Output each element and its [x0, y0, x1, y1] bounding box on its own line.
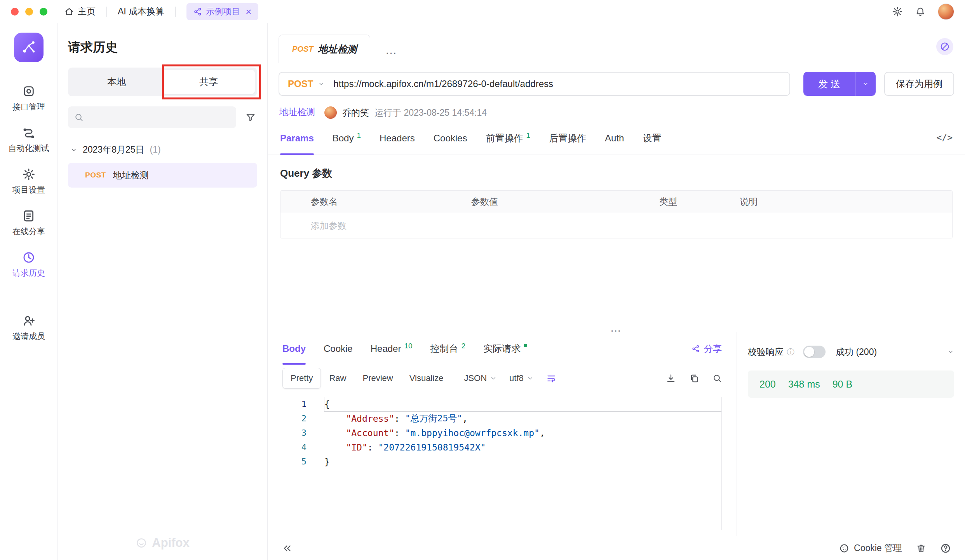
- status-code: 200: [759, 379, 776, 390]
- response-status-dropdown[interactable]: 成功 (200): [836, 346, 877, 358]
- response-tab-body[interactable]: Body: [282, 333, 306, 364]
- view-tab-raw[interactable]: Raw: [321, 368, 354, 389]
- editor-actions: [666, 373, 722, 383]
- home-label: 主页: [78, 5, 96, 17]
- tab-shared[interactable]: 共享: [163, 70, 255, 94]
- rail-item-history[interactable]: 请求历史: [0, 244, 57, 285]
- user-avatar[interactable]: [938, 3, 954, 20]
- word-wrap-icon[interactable]: [546, 373, 556, 383]
- request-tab-pre-ops[interactable]: 前置操作1: [486, 122, 530, 155]
- rail-item-project-settings[interactable]: 项目设置: [0, 161, 57, 202]
- request-tab-auth[interactable]: Auth: [605, 122, 624, 155]
- window-zoom-button[interactable]: [40, 8, 47, 16]
- share-icon: [692, 344, 700, 353]
- validation-header: 校验响应 ⓘ 成功 (200): [748, 346, 954, 358]
- collapse-sidebar-icon[interactable]: [282, 543, 293, 554]
- file-tab-method: POST: [292, 45, 313, 54]
- code-token: "Account": [346, 428, 394, 438]
- send-options-chevron[interactable]: [855, 72, 876, 96]
- rail-item-invite[interactable]: 邀请成员: [0, 307, 57, 349]
- search-input[interactable]: [87, 112, 230, 122]
- window-close-button[interactable]: [11, 8, 19, 16]
- filter-icon[interactable]: [244, 111, 257, 124]
- apifox-logo[interactable]: [14, 33, 44, 62]
- request-tab-params[interactable]: Params: [280, 122, 314, 155]
- titlebar: 主页 AI 成本换算 示例项目 ×: [0, 0, 965, 23]
- search-box[interactable]: [68, 106, 236, 128]
- api-name-link[interactable]: 地址检测: [279, 106, 315, 119]
- home-button[interactable]: 主页: [64, 5, 96, 17]
- response-tab-header[interactable]: Header10: [371, 333, 413, 364]
- code-token: "m.bppyihoc@owrfpcsxk.mp": [405, 428, 540, 438]
- share-button[interactable]: 分享: [692, 343, 722, 355]
- code-line: 2 "Address": "总万街25号",: [282, 411, 721, 426]
- api-icon: [22, 85, 35, 98]
- format-label: JSON: [464, 373, 487, 383]
- window-minimize-button[interactable]: [25, 8, 33, 16]
- project-tab-close-icon[interactable]: ×: [246, 7, 251, 17]
- view-tab-visualize[interactable]: Visualize: [401, 368, 452, 389]
- code-view-toggle[interactable]: </>: [936, 132, 953, 143]
- help-icon[interactable]: [940, 543, 951, 554]
- runner-name: 乔的笑: [342, 107, 369, 119]
- rail-item-api[interactable]: 接口管理: [0, 78, 57, 119]
- project-tab-icon: [193, 7, 202, 16]
- response-validation-panel: 校验响应 ⓘ 成功 (200) 200 348 ms 90 B: [737, 332, 965, 536]
- notifications-bell-icon[interactable]: [915, 7, 925, 17]
- add-param-row[interactable]: 添加参数: [280, 213, 952, 238]
- request-tab-body[interactable]: Body1: [333, 122, 361, 155]
- request-tab-settings[interactable]: 设置: [643, 122, 661, 155]
- code-token: "Address": [346, 414, 394, 424]
- app-window: 主页 AI 成本换算 示例项目 × 接口管理自动化测试项目设置在线分享请求历史邀…: [0, 0, 965, 560]
- code-line-content: {: [324, 397, 721, 411]
- history-item[interactable]: POST 地址检测: [68, 163, 257, 188]
- response-tab-actual[interactable]: 实际请求: [483, 333, 527, 364]
- doc-icon: [22, 209, 35, 223]
- encoding-dropdown[interactable]: utf8: [509, 373, 534, 383]
- file-tab-name: 地址检测: [318, 43, 357, 56]
- format-dropdown[interactable]: JSON: [464, 373, 497, 383]
- request-file-tab[interactable]: POST 地址检测: [279, 35, 370, 63]
- view-tab-preview[interactable]: Preview: [354, 368, 401, 389]
- network-proxy-icon[interactable]: [936, 38, 953, 55]
- settings-gear-icon[interactable]: [892, 6, 903, 17]
- trash-icon[interactable]: [916, 543, 926, 553]
- view-tab-pretty[interactable]: Pretty: [282, 368, 321, 389]
- rail-item-online-share[interactable]: 在线分享: [0, 202, 57, 244]
- chevron-down-icon[interactable]: [947, 348, 954, 355]
- save-as-case-button[interactable]: 保存为用例: [884, 72, 954, 96]
- download-icon[interactable]: [666, 373, 676, 383]
- request-tab-label: Params: [280, 133, 314, 144]
- tab-local[interactable]: 本地: [70, 70, 163, 94]
- code-token: ,: [540, 428, 545, 438]
- response-code-editor[interactable]: 1{2 "Address": "总万街25号",3 "Account": "m.…: [282, 397, 722, 530]
- response-tab-console[interactable]: 控制台2: [430, 333, 466, 364]
- rail-item-label: 接口管理: [12, 101, 45, 112]
- project-tab[interactable]: 示例项目 ×: [186, 3, 258, 20]
- main-spacer: [268, 238, 965, 332]
- response-tab-cookie[interactable]: Cookie: [324, 333, 353, 364]
- send-button[interactable]: 发 送: [803, 72, 876, 96]
- workspace-name[interactable]: AI 成本换算: [118, 5, 164, 17]
- more-tabs-icon[interactable]: …: [385, 47, 397, 53]
- rail-item-automation[interactable]: 自动化测试: [0, 119, 57, 161]
- rail-item-label: 自动化测试: [9, 143, 49, 154]
- request-tab-post-ops[interactable]: 后置操作: [549, 122, 586, 155]
- url-row: POST https://mock.apifox.cn/m1/2689726-0…: [268, 63, 965, 100]
- cookie-manager-button[interactable]: Cookie 管理: [839, 542, 902, 554]
- copy-icon[interactable]: [689, 373, 699, 383]
- param-table-head: 参数名参数值类型说明: [280, 191, 952, 213]
- code-line: 4 "ID": "20722619150819542X": [282, 440, 721, 454]
- rail-items: 接口管理自动化测试项目设置在线分享请求历史邀请成员: [0, 78, 57, 349]
- request-tab-headers[interactable]: Headers: [380, 122, 415, 155]
- response-tab-label: Body: [282, 343, 306, 354]
- request-tab-cookies[interactable]: Cookies: [434, 122, 467, 155]
- method-label: POST: [288, 78, 313, 89]
- url-input[interactable]: https://mock.apifox.cn/m1/2689726-0-defa…: [333, 78, 553, 89]
- code-token: }: [324, 457, 330, 467]
- history-date-group[interactable]: 2023年8月25日 (1): [68, 144, 257, 156]
- method-select[interactable]: POST: [279, 78, 333, 89]
- panel-splitter-handle[interactable]: ⋯: [268, 325, 965, 336]
- editor-search-icon[interactable]: [712, 374, 722, 383]
- validate-response-toggle[interactable]: [803, 346, 826, 358]
